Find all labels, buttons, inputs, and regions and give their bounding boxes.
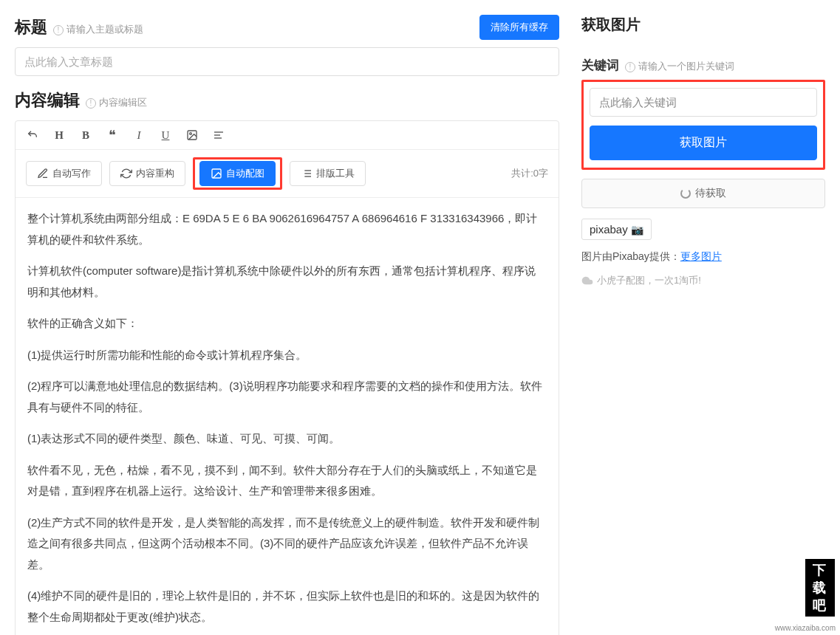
content-edit-hint: !内容编辑区 [86,96,147,109]
keyword-highlight-box: 获取图片 [581,80,825,170]
footer-text: 小虎子配图，一次1淘币! [581,274,825,287]
fetch-image-title: 获取图片 [581,15,825,35]
pixabay-badge: pixabay 📷 [581,219,652,240]
auto-write-button[interactable]: 自动写作 [26,161,102,186]
pencil-icon [37,168,49,179]
quote-icon[interactable]: ❝ [106,128,119,142]
bold-icon[interactable]: B [79,128,92,142]
paragraph: 计算机软件(computer software)是指计算机系统中除硬件以外的所有… [27,261,547,303]
refresh-icon [120,168,132,179]
keyword-hint: !请输入一个图片关键词 [625,60,734,73]
content-edit-label: 内容编辑 [15,89,80,111]
title-header-row: 标题 !请输入主题或标题 清除所有缓存 [15,15,559,40]
info-icon: ! [86,98,96,109]
clear-cache-button[interactable]: 清除所有缓存 [479,15,559,40]
fetch-status: 待获取 [581,179,825,208]
title-label: 标题 [15,16,47,38]
more-images-link[interactable]: 更多图片 [680,250,722,262]
image-icon[interactable] [185,128,199,142]
layout-icon [301,168,313,179]
watermark: 下载吧 [805,558,836,617]
auto-image-button[interactable]: 自动配图 [199,161,276,186]
paragraph: (1)表达形式不同的硬件类型、颜色、味道、可见、可摸、可闻。 [27,428,547,450]
auto-image-highlight: 自动配图 [193,157,282,190]
editor-container: H B ❝ I U 自动写作 [15,120,559,635]
camera-icon: 📷 [631,224,643,236]
paragraph: (2)生产方式不同的软件是开发，是人类智能的高发挥，而不是传统意义上的硬件制造。… [27,512,547,576]
sidebar: 获取图片 关键词 !请输入一个图片关键词 获取图片 待获取 pixabay 📷 … [574,0,840,635]
word-count: 共计:0字 [511,167,548,180]
paragraph: (1)提供运行时所需功能和性能的命令或计算机程序集合。 [27,345,547,366]
editor-body[interactable]: 整个计算机系统由两部分组成：E 69DA 5 E 6 BA 9062616964… [16,198,559,635]
layout-tool-button[interactable]: 排版工具 [290,161,366,186]
keyword-label: 关键词 [581,57,619,74]
title-hint: !请输入主题或标题 [53,23,143,36]
article-title-input[interactable] [15,47,559,76]
main-content: 标题 !请输入主题或标题 清除所有缓存 内容编辑 !内容编辑区 [0,0,574,635]
paragraph: (2)程序可以满意地处理信息的数据结构。(3)说明程序功能要求和程序需要的文档的… [27,376,547,418]
keyword-input[interactable] [590,88,817,117]
info-icon: ! [625,62,635,72]
underline-icon[interactable]: U [159,128,172,142]
image-source-text: 图片由Pixabay提供：更多图片 [581,250,825,264]
watermark-url: www.xiazaiba.com [775,624,836,632]
paragraph: 整个计算机系统由两部分组成：E 69DA 5 E 6 BA 9062616964… [27,208,547,250]
heading-icon[interactable]: H [52,128,66,142]
content-restructure-button[interactable]: 内容重构 [109,161,185,186]
paragraph: (4)维护不同的硬件是旧的，理论上软件是旧的，并不坏，但实际上软件也是旧的和坏的… [27,586,547,628]
undo-icon[interactable] [26,128,39,142]
cloud-icon [581,275,593,286]
align-icon[interactable] [212,128,225,142]
fetch-image-button[interactable]: 获取图片 [590,126,817,160]
italic-icon[interactable]: I [132,128,146,142]
info-icon: ! [53,25,64,35]
svg-point-1 [190,133,192,135]
paragraph: 软件看不见，无色，枯燥，看不见，摸不到，闻不到。软件大部分存在于人们的头脑或纸上… [27,460,547,502]
action-toolbar: 自动写作 内容重构 自动配图 排版工具 [16,150,559,198]
picture-icon [211,168,222,179]
loading-icon [680,188,691,199]
format-toolbar: H B ❝ I U [16,121,559,150]
paragraph: 软件的正确含义如下： [27,313,547,334]
